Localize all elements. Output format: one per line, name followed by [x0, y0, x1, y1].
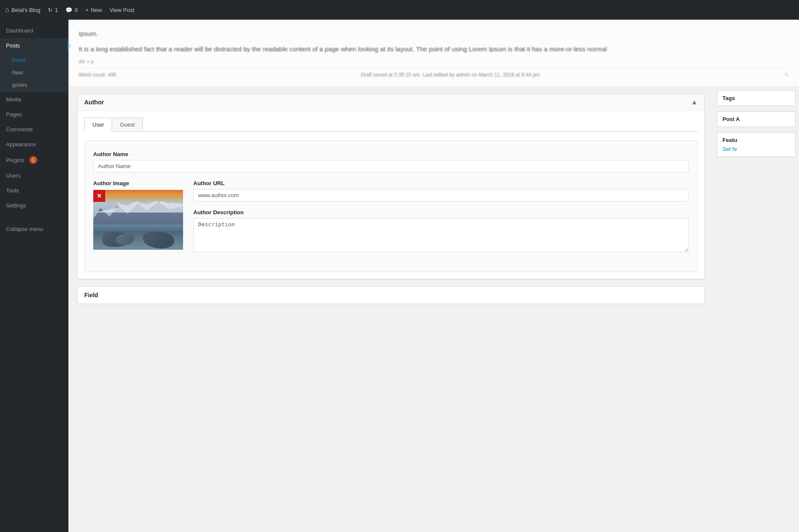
author-name-group: Author Name: [93, 151, 689, 172]
edit-icon[interactable]: ✎: [784, 72, 789, 78]
sidebar-item-comments[interactable]: Comments: [0, 122, 68, 137]
media-label: Media: [6, 96, 21, 103]
author-tabs: User Guest: [84, 118, 698, 132]
field-section-title: Field: [84, 292, 698, 299]
author-image-wrap: Author Image: [93, 180, 183, 250]
author-name-input[interactable]: [93, 160, 689, 172]
remove-icon: ✕: [97, 192, 102, 199]
sidebar-item-users[interactable]: Users: [0, 168, 68, 183]
author-details-row: Author Image: [93, 180, 689, 261]
author-image-container: ✕: [93, 190, 183, 250]
set-featured-image-link[interactable]: Set fe: [722, 146, 790, 152]
featured-box: Featu Set fe: [717, 132, 796, 157]
sidebar-item-posts[interactable]: Posts: [0, 38, 68, 53]
users-label: Users: [6, 172, 21, 179]
new-content-link[interactable]: + New: [86, 7, 102, 13]
dashboard-label: Dashboard: [6, 27, 33, 34]
post-box: Post A: [717, 111, 796, 127]
main-content: Ipsum. It is a long established fact tha…: [68, 20, 799, 532]
post-box-title: Post A: [722, 116, 790, 122]
author-fields: Author URL Author Description Descriptio…: [193, 180, 689, 261]
tab-user[interactable]: User: [84, 118, 112, 132]
posts-submenu: Posts New gories: [0, 53, 68, 92]
tags-box-title: Tags: [722, 95, 790, 101]
sidebar-item-media[interactable]: Media: [0, 92, 68, 107]
sidebar-sub-item-categories[interactable]: gories: [0, 79, 68, 91]
word-count: Word count: 496: [79, 72, 116, 78]
author-description-group: Author Description Description: [193, 209, 689, 254]
author-image-label: Author Image: [93, 180, 183, 186]
sidebar-sub-item-new[interactable]: New: [0, 66, 68, 79]
author-url-group: Author URL: [193, 180, 689, 201]
tags-box: Tags: [717, 90, 796, 106]
author-url-label: Author URL: [193, 180, 689, 186]
updates-link[interactable]: ↻ 1: [48, 7, 58, 13]
comments-link[interactable]: 💬 0: [65, 7, 77, 13]
sidebar-item-dashboard[interactable]: Dashboard: [0, 23, 68, 38]
editor-top-area: Ipsum. It is a long established fact tha…: [68, 20, 799, 87]
plugins-label: Plugins: [6, 157, 24, 163]
sidebar-item-tools[interactable]: Tools: [0, 183, 68, 198]
tools-label: Tools: [6, 187, 19, 194]
updates-icon: ↻: [48, 7, 53, 13]
updates-count: 1: [55, 7, 58, 13]
collapse-menu-button[interactable]: Collapse menu: [0, 222, 68, 236]
view-post-link[interactable]: View Post: [109, 7, 134, 13]
author-tab-content: Author Name Author Image: [84, 140, 698, 272]
featured-box-title: Featu: [722, 137, 790, 143]
author-meta-box-toggle[interactable]: ▲: [691, 98, 698, 106]
sidebar-item-settings[interactable]: Settings: [0, 198, 68, 213]
right-column: Tags Post A Featu Set fe: [713, 87, 799, 166]
sidebar-item-appearance[interactable]: Appearance: [0, 137, 68, 152]
editor-status-bar: Word count: 496 Draft saved at 5:35:15 a…: [79, 68, 789, 78]
field-section: Field: [77, 286, 705, 304]
pages-label: Pages: [6, 111, 22, 118]
editor-breadcrumb: div » p: [79, 59, 789, 65]
view-post-label: View Post: [109, 7, 134, 13]
site-home-link[interactable]: ⌂ Belal's Blog: [5, 6, 40, 14]
plugins-badge: 1: [30, 156, 37, 164]
editor-text-lorem: It is a long established fact that a rea…: [79, 44, 789, 55]
comments-icon: 💬: [65, 7, 72, 13]
draft-status: Draft saved at 5:35:15 am. Last edited b…: [361, 72, 540, 78]
settings-label: Settings: [6, 202, 26, 209]
site-name: Belal's Blog: [12, 7, 41, 13]
author-url-input[interactable]: [193, 189, 689, 201]
image-remove-button[interactable]: ✕: [93, 190, 105, 202]
author-description-label: Author Description: [193, 209, 689, 216]
new-label: New: [91, 7, 102, 13]
author-description-textarea[interactable]: Description: [193, 218, 689, 252]
plus-icon: +: [86, 7, 89, 13]
author-meta-box-body: User Guest Author Name: [77, 111, 704, 279]
author-image: [93, 190, 183, 250]
author-meta-box: Author ▲ User Guest: [77, 94, 705, 279]
appearance-label: Appearance: [6, 141, 36, 148]
collapse-menu-label: Collapse menu: [6, 226, 43, 232]
author-name-label: Author Name: [93, 151, 689, 157]
author-meta-box-header: Author ▲: [77, 94, 704, 111]
home-icon: ⌂: [5, 6, 9, 14]
sidebar-item-pages[interactable]: Pages: [0, 107, 68, 122]
comments-count: 0: [74, 7, 77, 13]
sidebar-item-plugins[interactable]: Plugins 1: [0, 152, 68, 168]
sidebar: Dashboard Posts Posts New gories Media P…: [0, 20, 68, 532]
comments-label: Comments: [6, 126, 33, 133]
admin-bar: ⌂ Belal's Blog ↻ 1 💬 0 + New View Post: [0, 0, 799, 20]
posts-label: Posts: [6, 42, 20, 49]
sidebar-sub-item-posts[interactable]: Posts: [0, 54, 68, 66]
author-meta-box-title: Author: [84, 99, 104, 106]
tab-guest[interactable]: Guest: [112, 118, 143, 131]
editor-text-ipsum: Ipsum.: [79, 28, 789, 39]
